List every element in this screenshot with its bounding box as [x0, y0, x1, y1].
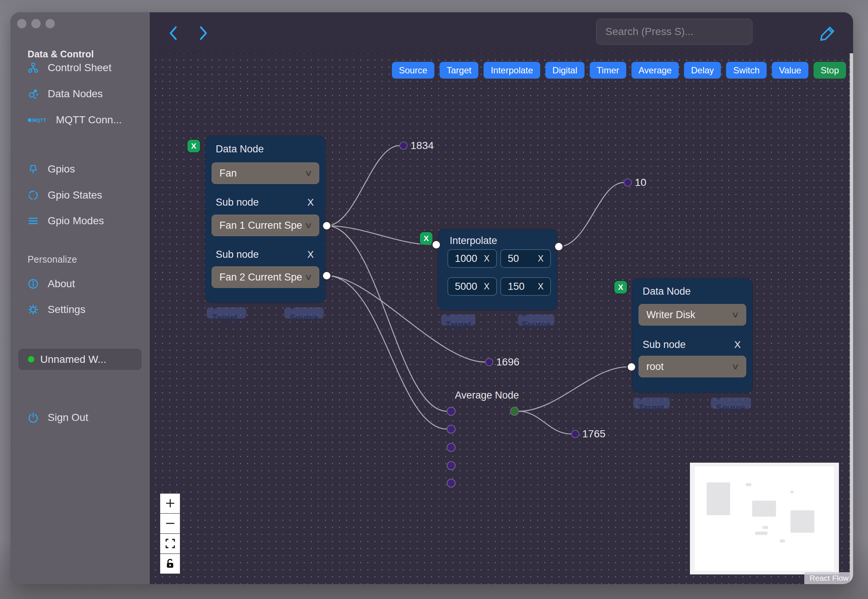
add-source-button[interactable]: + Source — [518, 315, 554, 325]
source-handle[interactable] — [322, 221, 332, 230]
edge-value-label: 1696 — [496, 356, 519, 368]
sidebar-item-control-sheet[interactable]: Control Sheet — [27, 62, 111, 74]
target-handle[interactable] — [447, 461, 456, 470]
interpolate-value-box[interactable]: 50X — [500, 249, 551, 268]
window-close-button[interactable] — [17, 19, 26, 28]
sidebar-section-title: Personalize — [27, 254, 77, 265]
remove-sub-node-button[interactable]: X — [307, 249, 314, 260]
window-zoom-button[interactable] — [45, 19, 55, 28]
chevron-down-icon: ∨ — [731, 362, 740, 372]
sidebar-item-gpio-states[interactable]: Gpio States — [27, 189, 102, 202]
app-window: Data & Control Control Sheet D — [11, 12, 853, 584]
remove-value-button[interactable]: X — [538, 281, 543, 292]
palette-button-stop[interactable]: Stop — [814, 62, 846, 78]
sidebar-item-gpio-modes[interactable]: Gpio Modes — [27, 215, 104, 227]
node-data-writer[interactable]: Data Node Writer Disk ∨ Sub node X root … — [632, 278, 752, 393]
window-minimize-button[interactable] — [31, 19, 41, 28]
sidebar-item-workspace[interactable]: Unnamed W... — [18, 349, 141, 370]
edit-button[interactable] — [817, 23, 837, 43]
chevron-down-icon: ∨ — [304, 272, 313, 282]
delete-node-button[interactable]: X — [187, 140, 200, 152]
chevron-down-icon: ∨ — [731, 310, 740, 320]
sub-node-dropdown[interactable]: Fan 2 Current Spe ∨ — [212, 266, 319, 288]
sidebar-item-label: About — [48, 278, 75, 290]
lock-button[interactable] — [160, 554, 180, 574]
sidebar-item-data-nodes[interactable]: Data Nodes — [27, 87, 103, 100]
target-handle[interactable] — [447, 407, 456, 416]
remove-value-button[interactable]: X — [484, 281, 489, 292]
add-source-button[interactable]: + Source — [711, 397, 751, 409]
minimap-node — [791, 510, 814, 533]
palette-button-delay[interactable]: Delay — [684, 62, 721, 78]
palette-button-target[interactable]: Target — [439, 62, 479, 78]
palette-button-timer[interactable]: Timer — [590, 62, 626, 78]
flow-canvas[interactable]: Source Target Interpolate Digital Timer … — [150, 12, 853, 584]
target-handle[interactable] — [432, 240, 441, 250]
search-input[interactable] — [596, 19, 752, 45]
node-type-dropdown[interactable]: Writer Disk ∨ — [638, 304, 746, 325]
add-source-button[interactable]: + Source — [284, 307, 324, 319]
window-controls — [17, 19, 55, 28]
react-flow-attribution[interactable]: React Flow — [804, 572, 853, 584]
minimap[interactable] — [690, 463, 839, 574]
node-palette: Source Target Interpolate Digital Timer … — [392, 62, 846, 78]
palette-button-value[interactable]: Value — [772, 62, 808, 78]
delete-node-button[interactable]: X — [614, 281, 627, 293]
fit-view-button[interactable] — [160, 534, 180, 554]
target-handle[interactable] — [627, 362, 636, 372]
sidebar-item-gpios[interactable]: Gpios — [27, 163, 75, 175]
source-handle[interactable] — [554, 242, 564, 251]
back-button[interactable] — [166, 25, 181, 41]
value-dot — [624, 178, 632, 187]
sidebar-item-about[interactable]: About — [27, 277, 75, 290]
sidebar-item-mqtt[interactable]: MQTT MQTT Conn... — [27, 114, 122, 126]
node-type-dropdown[interactable]: Fan ∨ — [212, 163, 319, 184]
sidebar-item-label: Gpio States — [48, 189, 102, 201]
target-handle[interactable] — [447, 479, 456, 488]
node-interpolate[interactable]: Interpolate 1000X 50X 5000X 150X — [438, 229, 557, 310]
node-data-fan[interactable]: Data Node Fan ∨ Sub node X Fan 1 Current… — [205, 136, 326, 303]
target-handle[interactable] — [447, 443, 456, 452]
cluster-icon — [27, 87, 39, 100]
remove-value-button[interactable]: X — [484, 254, 489, 264]
minus-icon — [165, 518, 176, 529]
sidebar-item-sign-out[interactable]: Sign Out — [27, 411, 88, 424]
add-target-button[interactable]: + Target — [633, 397, 670, 409]
minimap-node — [752, 501, 776, 517]
source-handle[interactable] — [510, 407, 519, 416]
palette-button-source[interactable]: Source — [392, 62, 434, 78]
zoom-out-button[interactable] — [160, 514, 180, 533]
remove-sub-node-button[interactable]: X — [734, 339, 740, 351]
interpolate-value-box[interactable]: 150X — [500, 277, 551, 296]
sub-node-dropdown[interactable]: Fan 1 Current Spe ∨ — [212, 215, 319, 236]
interpolate-value-box[interactable]: 5000X — [447, 277, 497, 296]
palette-button-digital[interactable]: Digital — [545, 62, 585, 78]
remove-sub-node-button[interactable]: X — [307, 197, 314, 208]
dashed-circle-icon — [27, 189, 39, 202]
palette-button-interpolate[interactable]: Interpolate — [484, 62, 540, 78]
sidebar-item-settings[interactable]: Settings — [27, 303, 85, 316]
pencil-icon — [817, 23, 837, 42]
palette-button-average[interactable]: Average — [632, 62, 679, 78]
chevron-left-icon — [168, 25, 179, 41]
value-dot — [399, 141, 408, 150]
add-target-button[interactable]: + Target — [441, 315, 475, 325]
sidebar-section-title: Data & Control — [27, 49, 94, 60]
delete-node-button[interactable]: X — [420, 232, 433, 245]
zoom-in-button[interactable] — [160, 494, 180, 513]
vertical-scrollbar[interactable] — [850, 53, 853, 584]
forward-button[interactable] — [196, 25, 211, 41]
interpolate-value-box[interactable]: 1000X — [447, 249, 497, 268]
target-handle[interactable] — [447, 424, 456, 433]
plus-icon — [165, 498, 176, 509]
sidebar: Data & Control Control Sheet D — [11, 12, 150, 584]
status-dot — [28, 356, 34, 363]
sidebar-item-label: MQTT Conn... — [56, 114, 122, 126]
palette-button-switch[interactable]: Switch — [726, 62, 767, 78]
add-target-button[interactable]: + Target — [207, 307, 246, 319]
source-handle[interactable] — [322, 271, 332, 280]
sidebar-item-label: Gpios — [48, 163, 75, 175]
remove-value-button[interactable]: X — [538, 254, 543, 264]
minimap-node — [763, 526, 768, 529]
sub-node-dropdown[interactable]: root ∨ — [638, 356, 746, 377]
